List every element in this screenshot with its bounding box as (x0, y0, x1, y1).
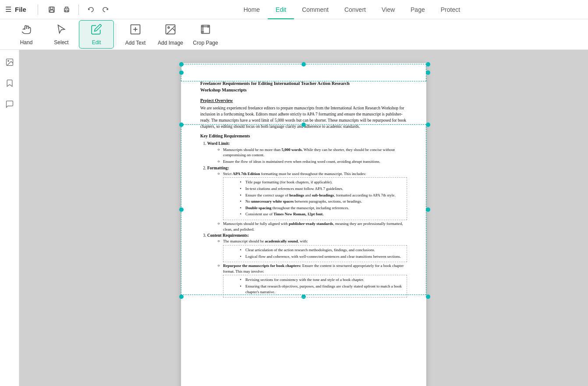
add-text-icon (129, 23, 142, 38)
key-editing-heading: Key Editing Requirements (200, 133, 407, 139)
tab-home[interactable]: Home (236, 0, 268, 19)
fmt-bullet-4: No unnecessary white spaces between para… (240, 199, 404, 204)
content-bullet-1: Clear articulation of the action researc… (240, 247, 404, 253)
content-sub-2: Repurpose the manuscripts for book chapt… (218, 263, 407, 298)
doc-area[interactable]: Freelancer Requirements for Editing Inte… (19, 50, 588, 386)
edit-tool[interactable]: Edit (79, 20, 114, 49)
content-bullets-1: Clear articulation of the action researc… (240, 247, 404, 259)
toolbar-row: Hand Select Edit (0, 19, 588, 50)
content-req-item: Content Requirements: The manuscript sho… (207, 233, 407, 298)
svg-rect-2 (50, 10, 53, 12)
fmt-bullet-2: In-text citations and references must fo… (240, 186, 404, 192)
content-bullets-box-1: Clear articulation of the action researc… (223, 245, 407, 262)
select-tool[interactable]: Select (44, 20, 79, 49)
pdf-page: Freelancer Requirements for Editing Inte… (181, 63, 426, 386)
main-area: Freelancer Requirements for Editing Inte… (0, 50, 588, 386)
selection-box-title (181, 64, 426, 81)
hand-label: Hand (20, 39, 33, 46)
word-limit-sub-1: Manuscripts should be no more than 5,000… (218, 147, 407, 158)
hamburger-icon[interactable]: ☰ (5, 5, 11, 14)
formatting-bullets-box: Title page formatting (for book chapters… (223, 177, 407, 220)
add-image-tool[interactable]: Add Image (153, 20, 188, 49)
tab-protect[interactable]: Protect (433, 0, 468, 19)
content-bullets-box-2: Revising sections for consistency with t… (223, 275, 407, 298)
formatting-item: Formatting: Strict APA 7th Edition forma… (207, 165, 407, 232)
select-label: Select (54, 39, 68, 46)
fmt-bullet-1: Title page formatting (for book chapters… (240, 179, 404, 185)
fmt-bullet-3: Ensure the correct usage of headings and… (240, 193, 404, 198)
select-icon (56, 24, 67, 38)
word-limit-sub-2: Ensure the flow of ideas is maintained e… (218, 159, 407, 165)
fmt-bullet-6: Consistent use of Times New Roman, 12pt … (240, 211, 404, 217)
svg-rect-1 (50, 7, 53, 9)
add-image-label: Add Image (158, 40, 183, 46)
menu-tabs: Home Edit Comment Convert View Page Prot… (236, 0, 468, 19)
divider-2 (78, 4, 79, 15)
formatting-bullets: Title page formatting (for book chapters… (240, 179, 404, 217)
divider-1 (38, 4, 38, 15)
toolbar-sep-1 (116, 24, 116, 46)
edit-tools: Hand Select Edit (9, 20, 223, 49)
svg-rect-4 (65, 10, 68, 12)
doc-title: Freelancer Requirements for Editing Inte… (200, 81, 407, 93)
left-sidebar (0, 50, 19, 386)
add-image-icon (164, 23, 177, 38)
undo-icon-btn[interactable] (84, 3, 97, 16)
file-label: File (15, 6, 26, 13)
crop-page-tool[interactable]: Crop Page (188, 20, 223, 49)
content-bullet-3: Revising sections for consistency with t… (240, 277, 404, 283)
quick-toolbar (45, 3, 112, 16)
tab-comment[interactable]: Comment (294, 0, 337, 19)
fmt-bullet-5: Double-spacing throughout the manuscript… (240, 205, 404, 211)
formatting-sub-2: Manuscripts should be fully aligned with… (218, 221, 407, 232)
tab-edit[interactable]: Edit (268, 0, 294, 19)
hand-tool[interactable]: Hand (9, 20, 44, 49)
formatting-subs: Strict APA 7th Edition formatting must b… (218, 171, 407, 232)
tab-page[interactable]: Page (403, 0, 433, 19)
svg-point-13 (7, 60, 8, 62)
menu-bar: ☰ File (0, 0, 588, 19)
content-bullet-4: Ensuring that research objectives, purpo… (240, 284, 404, 295)
sidebar-comment-icon[interactable] (3, 97, 17, 111)
word-limit-item: Word Limit: Manuscripts should be no mor… (207, 141, 407, 164)
edit-icon (91, 24, 102, 38)
word-limit-subs: Manuscripts should be no more than 5,000… (218, 147, 407, 165)
tab-convert[interactable]: Convert (337, 0, 374, 19)
add-text-tool[interactable]: Add Text (118, 20, 153, 49)
formatting-sub-1: Strict APA 7th Edition formatting must b… (218, 171, 407, 220)
redo-icon-btn[interactable] (99, 3, 112, 16)
sidebar-bookmark-icon[interactable] (3, 76, 17, 90)
svg-point-9 (168, 27, 170, 28)
editing-list: Word Limit: Manuscripts should be no mor… (207, 141, 407, 298)
edit-label: Edit (92, 39, 101, 46)
hand-icon (21, 24, 32, 38)
content-sub-1: The manuscript should be academically so… (218, 239, 407, 262)
project-overview-heading: Project Overview (200, 98, 407, 104)
content-subs: The manuscript should be academically so… (218, 239, 407, 298)
crop-page-icon (199, 23, 212, 38)
add-text-label: Add Text (125, 40, 145, 46)
project-overview-body: We are seeking experienced freelance edi… (200, 105, 407, 130)
tab-view[interactable]: View (374, 0, 403, 19)
sidebar-image-icon[interactable] (3, 55, 17, 69)
svg-line-10 (173, 26, 175, 28)
content-bullets-2: Revising sections for consistency with t… (240, 277, 404, 295)
save-icon-btn[interactable] (45, 3, 58, 16)
menu-left: ☰ File (5, 3, 112, 16)
print-icon-btn[interactable] (60, 3, 73, 16)
content-bullet-2: Logical flow and coherence, with well-co… (240, 254, 404, 260)
crop-page-label: Crop Page (193, 40, 218, 46)
